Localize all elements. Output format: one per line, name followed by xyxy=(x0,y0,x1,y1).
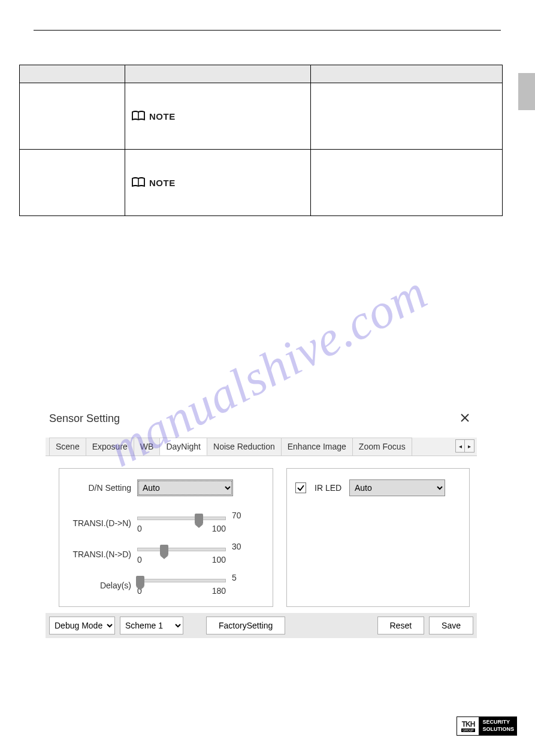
slider-max: 180 xyxy=(212,586,226,596)
tab-noise-reduction[interactable]: Noise Reduction xyxy=(207,438,282,456)
delay-value: 5 xyxy=(232,573,237,582)
slider-max: 100 xyxy=(212,555,226,564)
logo-line1: SECURITY xyxy=(482,719,514,726)
logo-group: GROUP xyxy=(461,728,474,732)
ir-led-select[interactable]: Auto xyxy=(349,479,445,496)
note-label: NOTE xyxy=(149,178,176,188)
slider-min: 0 xyxy=(137,524,142,533)
trans-nd-value: 30 xyxy=(232,542,241,551)
daynight-right-panel: IR LED Auto xyxy=(286,468,470,607)
book-icon xyxy=(131,177,146,188)
trans-dn-slider[interactable] xyxy=(137,517,226,520)
note-callout: NOTE xyxy=(131,111,304,122)
ir-led-label: IR LED xyxy=(315,483,349,493)
close-icon[interactable] xyxy=(457,411,473,427)
trans-dn-value: 70 xyxy=(232,511,241,520)
note-callout: NOTE xyxy=(131,177,304,188)
tab-scene[interactable]: Scene xyxy=(49,438,86,456)
logo-line2: SOLUTIONS xyxy=(482,726,514,733)
table-header xyxy=(311,65,503,83)
table-header xyxy=(20,65,125,83)
footer-logo: TKH GROUP SECURITY SOLUTIONS xyxy=(457,716,517,736)
daynight-left-panel: D/N Setting Auto TRANSI.(D->N) 70 0 100 xyxy=(59,468,273,607)
delay-slider[interactable] xyxy=(137,579,226,582)
tab-daynight[interactable]: DayNight xyxy=(159,438,207,456)
parameter-table: NOTE NOTE xyxy=(19,65,503,216)
scheme-select[interactable]: Scheme 1 xyxy=(120,617,183,634)
tab-bar: Scene Exposure WB DayNight Noise Reducti… xyxy=(46,438,477,456)
trans-nd-label: TRANSI.(N->D) xyxy=(68,549,137,559)
tab-wb[interactable]: WB xyxy=(134,438,161,456)
logo-brand: TKH xyxy=(462,720,475,728)
note-label: NOTE xyxy=(149,111,176,122)
tab-scroll-right[interactable]: ▸ xyxy=(465,439,474,453)
save-button[interactable]: Save xyxy=(429,617,473,634)
trans-nd-slider[interactable] xyxy=(137,548,226,551)
logo-right: SECURITY SOLUTIONS xyxy=(479,716,517,736)
tab-scroll-left[interactable]: ◂ xyxy=(455,439,465,453)
table-header xyxy=(125,65,311,83)
trans-dn-label: TRANSI.(D->N) xyxy=(68,518,137,528)
debug-mode-select[interactable]: Debug Mode xyxy=(49,617,115,634)
logo-left: TKH GROUP xyxy=(457,716,479,736)
dn-setting-label: D/N Setting xyxy=(68,483,137,493)
header-rule xyxy=(34,30,501,31)
reset-button[interactable]: Reset xyxy=(377,617,425,634)
book-icon xyxy=(131,111,146,122)
sensor-setting-dialog: Sensor Setting Scene Exposure WB DayNigh… xyxy=(46,406,477,638)
tab-zoom-focus[interactable]: Zoom Focus xyxy=(352,438,412,456)
factory-setting-button[interactable]: FactorySetting xyxy=(206,617,285,634)
slider-thumb[interactable] xyxy=(160,545,168,555)
slider-min: 0 xyxy=(137,555,142,564)
ir-led-checkbox[interactable] xyxy=(295,482,306,493)
tab-exposure[interactable]: Exposure xyxy=(86,438,134,456)
slider-thumb[interactable] xyxy=(136,576,144,587)
tab-enhance-image[interactable]: Enhance Image xyxy=(281,438,353,456)
table-row: NOTE xyxy=(20,83,503,150)
delay-label: Delay(s) xyxy=(68,581,137,590)
table-row: NOTE xyxy=(20,150,503,216)
page-side-tab xyxy=(518,73,535,110)
slider-thumb[interactable] xyxy=(195,514,203,524)
dialog-title: Sensor Setting xyxy=(49,412,120,425)
dialog-bottom-bar: Debug Mode Scheme 1 FactorySetting Reset… xyxy=(46,613,477,638)
dn-setting-select[interactable]: Auto xyxy=(137,479,233,496)
slider-max: 100 xyxy=(212,524,226,533)
